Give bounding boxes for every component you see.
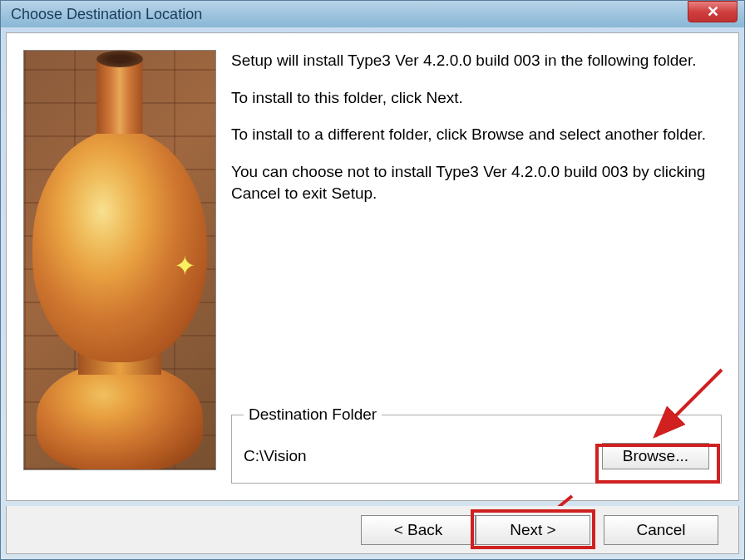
back-button[interactable]: < Back — [361, 515, 476, 545]
close-button[interactable]: ✕ — [688, 1, 738, 22]
instruction-text-area: Setup will install Type3 Ver 4.2.0.0 bui… — [231, 50, 722, 484]
destination-legend: Destination Folder — [244, 404, 382, 426]
window-title: Choose Destination Location — [11, 6, 202, 23]
butterfly-icon: ✦ — [174, 250, 207, 283]
content-area: ✦ Setup will install Type3 Ver 4.2.0.0 b… — [6, 32, 739, 501]
next-button[interactable]: Next > — [476, 515, 590, 545]
titlebar: Choose Destination Location ✕ — [1, 1, 744, 27]
instruction-para-3: To install to a different folder, click … — [231, 124, 722, 146]
installer-window: Choose Destination Location ✕ ✦ Setup wi… — [0, 0, 745, 560]
destination-folder-group: Destination Folder C:\Vision Browse... — [231, 404, 722, 484]
destination-path: C:\Vision — [244, 445, 307, 468]
wizard-side-image: ✦ — [23, 50, 216, 470]
instruction-para-1: Setup will install Type3 Ver 4.2.0.0 bui… — [231, 50, 722, 72]
instruction-para-2: To install to this folder, click Next. — [231, 87, 722, 110]
close-icon: ✕ — [707, 2, 719, 21]
browse-button[interactable]: Browse... — [602, 443, 709, 469]
wizard-button-bar: < Back Next > Cancel — [6, 506, 739, 554]
instruction-para-4: You can choose not to install Type3 Ver … — [231, 161, 722, 205]
cancel-button[interactable]: Cancel — [604, 515, 718, 545]
